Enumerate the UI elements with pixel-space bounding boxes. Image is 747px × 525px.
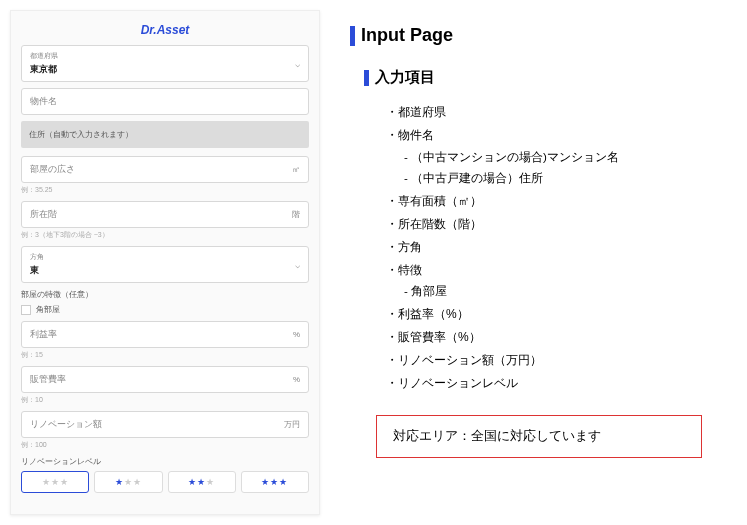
description-panel: Input Page 入力項目 都道府県 物件名 （中古マンションの場合)マンシ… (320, 10, 737, 515)
area-input[interactable]: 部屋の広さ ㎡ (21, 156, 309, 183)
checkbox-icon (21, 305, 31, 315)
chevron-down-icon: ⌵ (295, 260, 300, 270)
list-sub-item: 角部屋 (404, 281, 712, 303)
list-item: リノベーション額（万円） (386, 349, 712, 372)
app-screenshot: Dr.Asset 都道府県 東京都 ⌵ 物件名 住所（自動で入力されます） 部屋… (10, 10, 320, 515)
accent-bar-icon (350, 26, 355, 46)
prefecture-label: 都道府県 (30, 51, 58, 61)
page-title-row: Input Page (350, 25, 712, 46)
reno-level-3[interactable]: ★★★ (241, 471, 309, 493)
list-item: 方角 (386, 236, 712, 259)
list-item: 都道府県 (386, 101, 712, 124)
reno-level-0[interactable]: ★★★ (21, 471, 89, 493)
renovation-input[interactable]: リノベーション額 万円 (21, 411, 309, 438)
chevron-down-icon: ⌵ (295, 59, 300, 69)
list-item: 物件名 （中古マンションの場合)マンション名 （中古戸建の場合）住所 (386, 124, 712, 190)
list-item: 販管費率（%） (386, 326, 712, 349)
property-name-placeholder: 物件名 (30, 95, 57, 108)
section-title: 入力項目 (375, 68, 435, 87)
form: 都道府県 東京都 ⌵ 物件名 住所（自動で入力されます） 部屋の広さ ㎡ 例：3… (21, 45, 309, 506)
list-item: 利益率（%） (386, 303, 712, 326)
page-title: Input Page (361, 25, 453, 46)
section-title-row: 入力項目 (364, 68, 712, 87)
reno-level-2[interactable]: ★★★ (168, 471, 236, 493)
list-item: 特徴 角部屋 (386, 259, 712, 304)
coverage-callout: 対応エリア：全国に対応しています (376, 415, 702, 458)
floor-input[interactable]: 所在階 階 (21, 201, 309, 228)
input-items-list: 都道府県 物件名 （中古マンションの場合)マンション名 （中古戸建の場合）住所 … (386, 101, 712, 395)
prefecture-value: 東京都 (30, 63, 57, 76)
list-sub-item: （中古戸建の場合）住所 (404, 168, 712, 190)
corner-room-checkbox[interactable]: 角部屋 (21, 304, 309, 315)
property-name-input[interactable]: 物件名 (21, 88, 309, 115)
list-item: 専有面積（㎡） (386, 190, 712, 213)
profit-rate-input[interactable]: 利益率 % (21, 321, 309, 348)
reno-level-1[interactable]: ★★★ (94, 471, 162, 493)
direction-select[interactable]: 方角 東 ⌵ (21, 246, 309, 283)
list-item: リノベーションレベル (386, 372, 712, 395)
list-item: 所在階数（階） (386, 213, 712, 236)
area-hint: 例：35.25 (21, 185, 309, 195)
prefecture-select[interactable]: 都道府県 東京都 ⌵ (21, 45, 309, 82)
mgmt-rate-input[interactable]: 販管費率 % (21, 366, 309, 393)
features-label: 部屋の特徴（任意） (21, 289, 309, 300)
app-logo: Dr.Asset (21, 19, 309, 45)
accent-bar-icon (364, 70, 369, 86)
floor-hint: 例：3（地下3階の場合 −3） (21, 230, 309, 240)
reno-level-label: リノベーションレベル (21, 456, 309, 467)
reno-level-group: ★★★ ★★★ ★★★ ★★★ (21, 471, 309, 493)
list-sub-item: （中古マンションの場合)マンション名 (404, 147, 712, 169)
address-autofill-block: 住所（自動で入力されます） (21, 121, 309, 148)
